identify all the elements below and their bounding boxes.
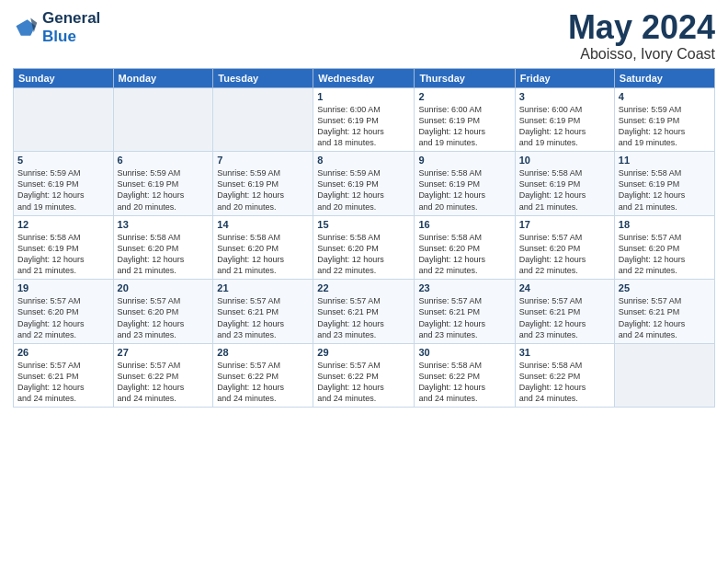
day-number: 8 <box>317 155 410 166</box>
day-info: Sunrise: 6:00 AMSunset: 6:19 PMDaylight:… <box>418 104 510 149</box>
day-number: 7 <box>217 155 309 166</box>
day-info: Sunrise: 5:57 AMSunset: 6:21 PMDaylight:… <box>519 295 610 340</box>
weekday-header-tuesday: Tuesday <box>213 68 313 87</box>
calendar-week-2: 5Sunrise: 5:59 AMSunset: 6:19 PMDaylight… <box>14 152 715 216</box>
calendar-cell: 22Sunrise: 5:57 AMSunset: 6:21 PMDayligh… <box>313 280 415 344</box>
weekday-header-wednesday: Wednesday <box>313 68 415 87</box>
main-title: May 2024 <box>568 9 715 46</box>
calendar-cell: 15Sunrise: 5:58 AMSunset: 6:20 PMDayligh… <box>313 215 415 280</box>
day-number: 2 <box>418 91 510 102</box>
calendar-week-5: 26Sunrise: 5:57 AMSunset: 6:21 PMDayligh… <box>14 343 715 408</box>
calendar-cell: 27Sunrise: 5:57 AMSunset: 6:22 PMDayligh… <box>113 343 213 408</box>
day-info: Sunrise: 5:59 AMSunset: 6:19 PMDaylight:… <box>118 167 210 213</box>
calendar-cell: 24Sunrise: 5:57 AMSunset: 6:21 PMDayligh… <box>515 280 614 344</box>
calendar-cell: 25Sunrise: 5:57 AMSunset: 6:21 PMDayligh… <box>614 280 714 344</box>
calendar-cell: 1Sunrise: 6:00 AMSunset: 6:19 PMDaylight… <box>313 87 415 152</box>
day-info: Sunrise: 5:58 AMSunset: 6:20 PMDaylight:… <box>418 232 510 277</box>
weekday-header-saturday: Saturday <box>614 68 714 87</box>
day-number: 17 <box>519 219 610 230</box>
calendar-cell: 31Sunrise: 5:58 AMSunset: 6:22 PMDayligh… <box>515 343 614 408</box>
day-number: 4 <box>619 91 711 102</box>
day-number: 12 <box>17 219 109 230</box>
day-number: 19 <box>17 282 109 293</box>
calendar-cell: 13Sunrise: 5:58 AMSunset: 6:20 PMDayligh… <box>113 215 213 280</box>
header: General Blue May 2024 Aboisso, Ivory Coa… <box>13 9 715 63</box>
weekday-header-sunday: Sunday <box>14 68 114 87</box>
calendar-cell: 21Sunrise: 5:57 AMSunset: 6:21 PMDayligh… <box>213 280 313 344</box>
day-number: 14 <box>217 219 309 230</box>
day-number: 16 <box>418 219 510 230</box>
calendar-cell: 16Sunrise: 5:58 AMSunset: 6:20 PMDayligh… <box>415 215 515 280</box>
day-number: 23 <box>418 282 510 293</box>
day-number: 29 <box>317 347 410 358</box>
day-number: 13 <box>118 219 210 230</box>
calendar-cell <box>614 343 714 408</box>
logo-text: General Blue <box>42 9 100 45</box>
calendar-cell: 14Sunrise: 5:58 AMSunset: 6:20 PMDayligh… <box>213 215 313 280</box>
day-info: Sunrise: 5:58 AMSunset: 6:22 PMDaylight:… <box>418 360 510 405</box>
day-number: 1 <box>317 91 410 102</box>
day-info: Sunrise: 5:57 AMSunset: 6:20 PMDaylight:… <box>519 232 610 277</box>
day-info: Sunrise: 5:57 AMSunset: 6:21 PMDaylight:… <box>17 360 109 405</box>
calendar-cell: 12Sunrise: 5:58 AMSunset: 6:19 PMDayligh… <box>14 215 114 280</box>
day-info: Sunrise: 5:57 AMSunset: 6:22 PMDaylight:… <box>317 360 410 405</box>
weekday-header-thursday: Thursday <box>415 68 515 87</box>
day-number: 15 <box>317 219 410 230</box>
day-info: Sunrise: 5:58 AMSunset: 6:20 PMDaylight:… <box>217 232 309 277</box>
day-info: Sunrise: 5:58 AMSunset: 6:22 PMDaylight:… <box>519 360 610 405</box>
day-number: 11 <box>619 155 711 166</box>
calendar-cell <box>213 87 313 152</box>
calendar-cell: 23Sunrise: 5:57 AMSunset: 6:21 PMDayligh… <box>415 280 515 344</box>
logo: General Blue <box>13 9 100 45</box>
day-info: Sunrise: 6:00 AMSunset: 6:19 PMDaylight:… <box>519 104 610 149</box>
day-info: Sunrise: 5:57 AMSunset: 6:22 PMDaylight:… <box>217 360 309 405</box>
calendar-cell: 10Sunrise: 5:58 AMSunset: 6:19 PMDayligh… <box>515 152 614 216</box>
calendar-cell: 30Sunrise: 5:58 AMSunset: 6:22 PMDayligh… <box>415 343 515 408</box>
day-number: 27 <box>118 347 210 358</box>
calendar-cell: 8Sunrise: 5:59 AMSunset: 6:19 PMDaylight… <box>313 152 415 216</box>
day-info: Sunrise: 5:58 AMSunset: 6:20 PMDaylight:… <box>118 232 210 277</box>
day-number: 25 <box>619 282 711 293</box>
day-number: 20 <box>118 282 210 293</box>
calendar-cell: 4Sunrise: 5:59 AMSunset: 6:19 PMDaylight… <box>614 87 714 152</box>
weekday-header-monday: Monday <box>113 68 213 87</box>
title-block: May 2024 Aboisso, Ivory Coast <box>568 9 715 63</box>
day-info: Sunrise: 5:59 AMSunset: 6:19 PMDaylight:… <box>17 167 109 213</box>
day-info: Sunrise: 5:57 AMSunset: 6:20 PMDaylight:… <box>619 232 711 277</box>
day-number: 9 <box>418 155 510 166</box>
day-number: 5 <box>17 155 109 166</box>
calendar-cell: 9Sunrise: 5:58 AMSunset: 6:19 PMDaylight… <box>415 152 515 216</box>
weekday-header-row: SundayMondayTuesdayWednesdayThursdayFrid… <box>14 68 715 87</box>
day-info: Sunrise: 5:59 AMSunset: 6:19 PMDaylight:… <box>217 167 309 213</box>
day-number: 3 <box>519 91 610 102</box>
day-info: Sunrise: 5:59 AMSunset: 6:19 PMDaylight:… <box>619 104 711 149</box>
calendar-cell: 3Sunrise: 6:00 AMSunset: 6:19 PMDaylight… <box>515 87 614 152</box>
calendar-cell: 18Sunrise: 5:57 AMSunset: 6:20 PMDayligh… <box>614 215 714 280</box>
logo-icon <box>13 15 39 40</box>
day-number: 22 <box>317 282 410 293</box>
day-number: 18 <box>619 219 711 230</box>
calendar-cell: 7Sunrise: 5:59 AMSunset: 6:19 PMDaylight… <box>213 152 313 216</box>
day-info: Sunrise: 5:58 AMSunset: 6:19 PMDaylight:… <box>418 167 510 213</box>
day-info: Sunrise: 5:58 AMSunset: 6:19 PMDaylight:… <box>17 232 109 277</box>
day-number: 30 <box>418 347 510 358</box>
day-info: Sunrise: 5:58 AMSunset: 6:19 PMDaylight:… <box>519 167 610 213</box>
calendar-week-4: 19Sunrise: 5:57 AMSunset: 6:20 PMDayligh… <box>14 280 715 344</box>
day-number: 26 <box>17 347 109 358</box>
calendar-cell: 20Sunrise: 5:57 AMSunset: 6:20 PMDayligh… <box>113 280 213 344</box>
calendar-cell: 28Sunrise: 5:57 AMSunset: 6:22 PMDayligh… <box>213 343 313 408</box>
day-info: Sunrise: 5:57 AMSunset: 6:20 PMDaylight:… <box>17 295 109 340</box>
calendar-cell: 26Sunrise: 5:57 AMSunset: 6:21 PMDayligh… <box>14 343 114 408</box>
day-number: 6 <box>118 155 210 166</box>
calendar-week-1: 1Sunrise: 6:00 AMSunset: 6:19 PMDaylight… <box>14 87 715 152</box>
day-number: 28 <box>217 347 309 358</box>
calendar-body: 1Sunrise: 6:00 AMSunset: 6:19 PMDaylight… <box>14 87 715 408</box>
weekday-header-friday: Friday <box>515 68 614 87</box>
calendar-cell <box>14 87 114 152</box>
day-info: Sunrise: 5:59 AMSunset: 6:19 PMDaylight:… <box>317 167 410 213</box>
calendar-cell <box>113 87 213 152</box>
page: General Blue May 2024 Aboisso, Ivory Coa… <box>0 0 728 563</box>
subtitle: Aboisso, Ivory Coast <box>568 46 715 63</box>
day-number: 24 <box>519 282 610 293</box>
calendar-cell: 5Sunrise: 5:59 AMSunset: 6:19 PMDaylight… <box>14 152 114 216</box>
